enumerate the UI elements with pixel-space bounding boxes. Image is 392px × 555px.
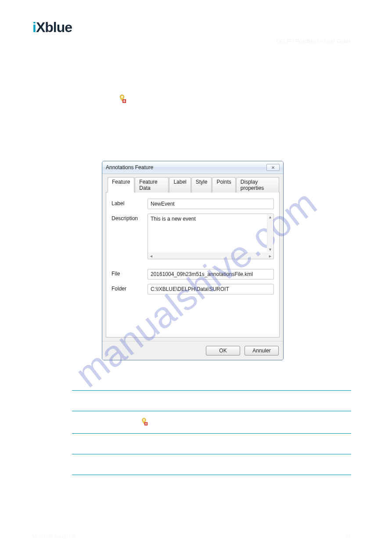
file-field-label: File	[111, 269, 147, 277]
cancel-button[interactable]: Annuler	[245, 346, 279, 355]
label-field-label: Label	[111, 199, 147, 207]
label-input[interactable]	[147, 199, 274, 209]
folder-field-label: Folder	[111, 284, 147, 292]
scroll-left-icon: ◄	[149, 254, 153, 258]
scroll-up-icon: ▲	[268, 214, 272, 220]
step-result: ↪ The Annotations Feature dialog box ope…	[84, 145, 351, 153]
horizontal-scrollbar[interactable]: ◄ ►	[148, 253, 273, 259]
svg-point-2	[143, 419, 144, 421]
page-footer: MU-DRM-AN-003-B 53	[32, 534, 351, 539]
close-icon: ✕	[271, 165, 275, 170]
dialog-close-button[interactable]: ✕	[266, 164, 280, 171]
footer-reference: MU-DRM-AN-003-B	[32, 534, 76, 539]
scroll-right-icon: ►	[268, 254, 272, 258]
col-action-header: Action	[98, 390, 129, 411]
document-title: DELPH RoadMap – User Guide	[32, 38, 351, 44]
logo-dot: i	[32, 19, 36, 35]
dialog-title: Annotations Feature	[106, 164, 153, 170]
col-step-header: Step	[72, 390, 98, 411]
annotations-feature-dialog: Annotations Feature ✕ Feature Feature Da…	[102, 161, 284, 360]
bullet-point: To draw a point: click once on the map.	[90, 107, 351, 116]
add-annotation-icon	[140, 417, 149, 427]
svg-point-0	[121, 96, 123, 98]
figure-caption: Figure 30 – Annotations Feature dialog b…	[32, 370, 351, 379]
footer-page-number: 53	[345, 534, 351, 539]
table-row: 2 Click on the map at the point of inter…	[72, 433, 351, 454]
bullet-polygon: To draw a polygon: click several times a…	[90, 131, 351, 140]
file-input[interactable]	[147, 269, 274, 279]
result-arrow-icon: ↪	[84, 145, 89, 152]
dialog-tabs: Feature Feature Data Label Style Points …	[106, 177, 280, 192]
logo-rest: blue	[45, 19, 72, 35]
tab-display-properties[interactable]: Display properties	[236, 177, 279, 192]
description-textarea[interactable]: This is a new event ▲ ▼ ◄ ►	[147, 214, 274, 259]
ok-button[interactable]: OK	[206, 346, 240, 355]
scroll-down-icon: ▼	[268, 247, 272, 252]
tab-feature-data[interactable]: Feature Data	[135, 177, 169, 192]
table-row: 1 Click on the button of the Annotations…	[72, 411, 351, 433]
brand-logo: iXblue	[32, 19, 351, 36]
table-header-row: Step Action	[72, 390, 351, 411]
bullet-line: To draw a line: click several times and …	[90, 120, 351, 128]
vertical-scrollbar[interactable]: ▲ ▼	[267, 214, 273, 252]
folder-input[interactable]	[147, 284, 274, 294]
tab-points[interactable]: Points	[212, 177, 235, 192]
tab-style[interactable]: Style	[191, 177, 212, 192]
add-annotation-icon	[117, 94, 127, 104]
table-row: 3 In the Label field enter a name for th…	[72, 454, 351, 475]
tab-label[interactable]: Label	[169, 177, 191, 192]
intro-paragraph: The annotation target is a KML file disp…	[72, 71, 351, 88]
description-field-label: Description	[111, 214, 147, 221]
tab-feature[interactable]: Feature	[108, 177, 134, 192]
step-1: 1. Click on the button in the Annotation…	[72, 94, 351, 140]
logo-x: X	[36, 19, 45, 35]
procedure-table: Step Action 1 Click on the	[72, 390, 351, 475]
